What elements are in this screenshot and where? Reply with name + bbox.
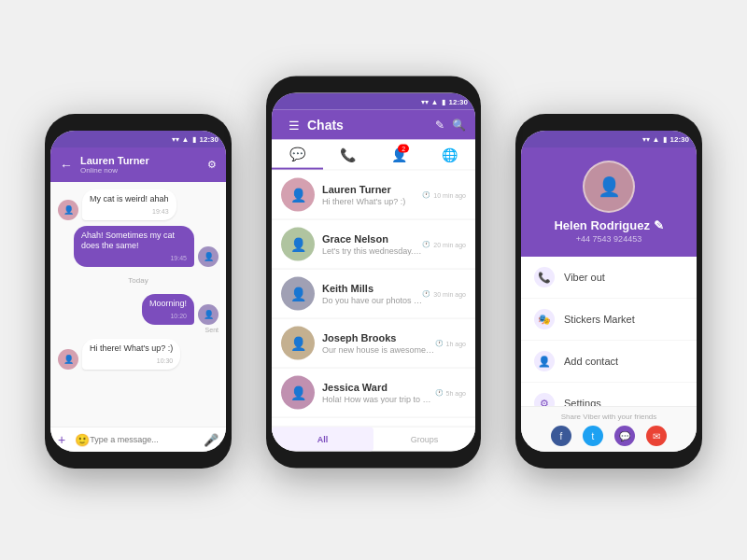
chat-info-joseph: Joseph Brooks Our new house is awesome! …: [322, 332, 435, 355]
status-bar-left: ▾▾ ▲ ▮ 12:30: [50, 131, 226, 147]
clock-icon: 🕐: [422, 241, 430, 248]
menu-item-stickers[interactable]: 🎭 Stickers Market: [521, 299, 697, 341]
tab-groups[interactable]: Groups: [374, 427, 475, 452]
message-text: Hi there! What's up? :): [90, 343, 173, 353]
tab-all[interactable]: All: [272, 427, 374, 452]
mic-icon[interactable]: 🎤: [204, 433, 218, 447]
contacts-badge: 2: [398, 145, 409, 153]
chat-item-lauren[interactable]: 👤 Lauren Turner Hi there! What's up? :) …: [272, 171, 475, 220]
hamburger-icon[interactable]: ☰: [289, 118, 300, 132]
tab-calls[interactable]: 📞: [323, 141, 374, 169]
menu-label: Viber out: [564, 272, 605, 283]
wifi-icon: ▲: [182, 135, 190, 144]
settings-icon[interactable]: ⚙: [207, 159, 217, 171]
chat-preview: Our new house is awesome! You should com…: [322, 345, 435, 355]
add-icon[interactable]: +: [58, 432, 65, 447]
share-bar: Share Viber with your friends f t 💬 ✉: [521, 406, 697, 452]
avatar-joseph: 👤: [281, 327, 315, 360]
status-bar-right: ▾▾ ▲ ▮ 12:30: [521, 131, 697, 147]
menu-label: Settings: [564, 398, 601, 406]
tab-chats[interactable]: 💬: [272, 140, 323, 170]
clock-icon: 🕐: [435, 389, 444, 397]
status-time-left: 12:30: [200, 135, 218, 144]
avatar-jessica: 👤: [281, 376, 315, 410]
message-bubble: Moorning! 10:20: [142, 294, 194, 325]
app-title: Chats: [307, 118, 428, 133]
message-bubble: Hi there! What's up? :) 10:30: [82, 339, 180, 370]
clock-icon: 🕐: [422, 290, 430, 298]
message-row: 👤 Hi there! What's up? :) 10:30: [58, 339, 218, 370]
avatar-small: 👤: [198, 304, 218, 325]
menu-item-settings[interactable]: ⚙ Settings: [521, 383, 697, 406]
day-divider: Today: [58, 276, 218, 285]
chat-item-grace[interactable]: 👤 Grace Nelson Let's try this wednesday.…: [272, 220, 475, 270]
battery-icon: ▮: [442, 97, 445, 105]
facebook-icon[interactable]: f: [551, 426, 571, 446]
message-row: Ahah! Sometimes my cat does the same! 19…: [58, 226, 218, 267]
pencil-icon[interactable]: ✎: [435, 119, 444, 132]
profile-phone: +44 7543 924453: [576, 234, 641, 244]
message-text: My cat is weird! ahah: [90, 194, 169, 203]
app-header: ☰ Chats ✎ 🔍: [272, 110, 475, 140]
left-phone: ▾▾ ▲ ▮ 12:30 ← Lauren Turner Online now …: [45, 114, 232, 469]
message-text: Ahah! Sometimes my cat does the same!: [81, 231, 175, 251]
chat-preview: Do you have our photos from the nye?: [322, 296, 422, 305]
bottom-tabs: All Groups: [272, 427, 475, 452]
message-time: 19:43: [90, 207, 169, 216]
social-icons: f t 💬 ✉: [530, 426, 687, 446]
chat-time: 🕐 30 min ago: [422, 290, 466, 298]
signal-icon: ▾▾: [172, 135, 179, 144]
message-input[interactable]: [90, 435, 200, 444]
menu-label: Add contact: [564, 356, 618, 367]
chat-header: ← Lauren Turner Online now ⚙: [50, 147, 226, 182]
chat-preview: Hi there! What's up? :): [322, 197, 422, 206]
tab-contacts[interactable]: 👤 2: [374, 141, 425, 169]
message-bubble: My cat is weird! ahah 19:43: [82, 189, 176, 220]
viber-icon[interactable]: 💬: [614, 426, 635, 446]
status-time-right: 12:30: [670, 135, 689, 144]
chat-info-grace: Grace Nelson Let's try this wednesday...…: [322, 233, 422, 256]
message-time: 19:45: [81, 254, 187, 262]
chat-info-jessica: Jessica Ward Hola! How was your trip to …: [322, 382, 435, 404]
clock-icon: 🕐: [422, 191, 430, 199]
email-icon[interactable]: ✉: [646, 426, 667, 446]
chat-time: 🕐 5h ago: [435, 389, 466, 397]
emoji-icon[interactable]: 🙂: [75, 433, 90, 447]
signal-icon: ▾▾: [421, 97, 429, 105]
chat-name: Joseph Brooks: [322, 332, 435, 343]
chat-status: Online now: [80, 166, 207, 175]
battery-icon: ▮: [663, 135, 667, 144]
menu-item-add-contact[interactable]: 👤 Add contact: [521, 341, 697, 383]
chat-item-jessica[interactable]: 👤 Jessica Ward Hola! How was your trip t…: [272, 369, 475, 418]
chat-time: 🕐 10 min ago: [422, 191, 466, 199]
profile-avatar: 👤: [583, 161, 635, 213]
twitter-icon[interactable]: t: [583, 426, 603, 446]
status-bar-center: ▾▾ ▲ ▮ 12:30: [272, 93, 475, 110]
right-phone-screen: ▾▾ ▲ ▮ 12:30 👤 Helen Rodriguez ✎ +44 754…: [521, 131, 697, 452]
clock-icon: 🕐: [435, 340, 444, 347]
chat-input-bar: + 🙂 🎤: [50, 427, 226, 452]
chat-name: Jessica Ward: [322, 382, 435, 393]
chat-item-keith[interactable]: 👤 Keith Mills Do you have our photos fro…: [272, 270, 475, 319]
chat-list: 👤 Lauren Turner Hi there! What's up? :) …: [272, 171, 475, 427]
profile-header: 👤 Helen Rodriguez ✎ +44 7543 924453: [521, 147, 697, 257]
chat-user-info: Lauren Turner Online now: [80, 155, 207, 175]
chat-info-lauren: Lauren Turner Hi there! What's up? :): [322, 184, 422, 206]
messages-area: 👤 My cat is weird! ahah 19:43 Ahah! Some…: [50, 182, 226, 427]
wifi-icon: ▲: [431, 97, 439, 105]
chat-item-joseph[interactable]: 👤 Joseph Brooks Our new house is awesome…: [272, 319, 475, 369]
settings-menu-icon: ⚙: [534, 393, 555, 406]
chat-preview: Hola! How was your trip to Dominican Rep…: [322, 395, 435, 404]
battery-icon: ▮: [192, 135, 196, 144]
search-icon[interactable]: 🔍: [452, 119, 466, 132]
chat-name: Lauren Turner: [322, 184, 422, 195]
avatar-lauren: 👤: [281, 178, 315, 212]
chat-username: Lauren Turner: [80, 155, 207, 166]
back-button[interactable]: ←: [60, 158, 73, 173]
tab-more[interactable]: 🌐: [425, 141, 476, 169]
viber-out-icon: 📞: [534, 267, 555, 287]
menu-item-viber-out[interactable]: 📞 Viber out: [521, 257, 697, 299]
avatar-small: 👤: [58, 349, 78, 370]
wifi-icon: ▲: [653, 135, 660, 144]
center-phone-screen: ▾▾ ▲ ▮ 12:30 ☰ Chats ✎ 🔍 💬 📞 👤 2 🌐: [272, 93, 475, 452]
